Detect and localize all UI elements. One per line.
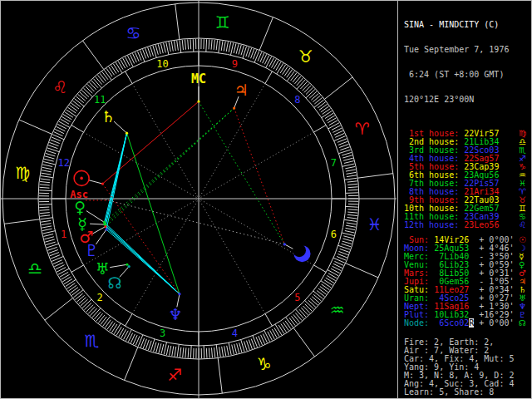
sign-boundary: [259, 17, 273, 51]
degree-tick: [154, 342, 156, 352]
degree-tick: [103, 316, 111, 326]
degree-tick: [283, 66, 288, 75]
degree-tick: [211, 347, 212, 357]
degree-tick: [40, 209, 50, 210]
sign-boundary: [82, 41, 103, 70]
degree-tick: [66, 110, 76, 116]
astrolog-screen: ☿♀♂♃♄♅♆♇☊MCAsc123456789101112♈♉♊♋♌♍♎♏♐♑♒…: [0, 0, 532, 399]
house-number: 10: [156, 58, 168, 70]
degree-tick: [100, 73, 106, 81]
degree-tick: [222, 347, 224, 357]
house-cusp-line: [201, 132, 314, 198]
degree-tick: [346, 225, 356, 227]
degree-tick: [313, 96, 320, 102]
degree-tick: [101, 317, 106, 324]
degree-tick: [182, 40, 183, 50]
degree-tick: [309, 91, 317, 98]
pointer-line: [93, 227, 106, 234]
degree-tick: [342, 152, 351, 155]
degree-tick: [347, 181, 357, 182]
position-dot: [283, 243, 286, 245]
degree-tick: [328, 270, 338, 276]
degree-tick: [93, 79, 101, 88]
chart-location: 120°12E 23°00N: [404, 96, 532, 104]
degree-tick: [42, 165, 52, 167]
degree-tick: [310, 298, 318, 305]
degree-tick: [347, 212, 357, 213]
degree-tick: [42, 226, 52, 228]
sun-icon: [80, 177, 83, 180]
house-divider: [314, 126, 327, 133]
degree-tick: [84, 303, 91, 309]
degree-tick: [166, 345, 168, 355]
asc-label: Asc: [70, 189, 88, 200]
degree-tick: [116, 62, 122, 73]
degree-tick: [110, 323, 116, 331]
degree-tick: [301, 308, 308, 315]
degree-tick: [47, 247, 57, 250]
statistics-line: Learn: 5, Share: 8: [404, 388, 532, 397]
sign-aqu-icon: ♒: [330, 300, 345, 320]
chart-wheel: ☿♀♂♃♄♅♆♇☊MCAsc123456789101112♈♉♊♋♌♍♎♏♐♑♒…: [0, 0, 398, 399]
degree-tick: [41, 173, 51, 175]
degree-tick: [347, 175, 357, 177]
sign-boundary: [218, 358, 222, 394]
degree-tick: [241, 46, 244, 56]
degree-tick: [161, 344, 164, 354]
position-dot: [126, 132, 128, 135]
house-number: 12: [57, 157, 69, 169]
degree-tick: [44, 159, 54, 161]
degree-tick: [72, 101, 80, 106]
degree-tick: [39, 207, 49, 208]
position-dot: [178, 293, 180, 295]
degree-tick: [306, 90, 315, 98]
pointer-line: [89, 180, 103, 184]
degree-tick: [327, 116, 335, 121]
house-number: 9: [232, 58, 238, 70]
degree-tick: [342, 164, 355, 166]
degree-tick: [46, 242, 55, 244]
degree-tick: [266, 57, 272, 67]
degree-tick: [190, 346, 191, 358]
chart-title: SINA - MINDCITY (C): [404, 21, 532, 29]
degree-tick: [87, 84, 94, 91]
degree-tick: [71, 289, 80, 295]
degree-tick: [297, 78, 303, 86]
degree-tick: [185, 40, 185, 50]
degree-tick: [237, 343, 239, 353]
degree-tick: [291, 316, 297, 323]
degree-tick: [303, 306, 310, 313]
degree-tick: [234, 344, 237, 354]
degree-tick: [339, 144, 348, 147]
degree-tick: [239, 45, 241, 55]
degree-tick: [42, 167, 52, 169]
degree-tick: [221, 41, 223, 51]
house-cusp-line: [83, 200, 196, 266]
pointer-line: [114, 121, 127, 133]
degree-tick: [229, 342, 231, 355]
pointer-line: [90, 224, 105, 224]
degree-tick: [78, 94, 86, 101]
position-dot: [103, 221, 106, 224]
degree-tick: [158, 44, 160, 54]
degree-tick: [320, 286, 328, 292]
degree-tick: [295, 313, 302, 320]
degree-tick: [106, 68, 112, 76]
degree-tick: [246, 47, 249, 57]
degree-tick: [224, 42, 225, 52]
degree-tick: [43, 162, 56, 165]
degree-tick: [340, 249, 349, 252]
moon-icon: [293, 244, 306, 257]
zodiac-sign-icon: ♌: [519, 221, 526, 229]
degree-tick: [48, 145, 57, 149]
degree-tick: [177, 344, 179, 357]
degree-tick: [188, 348, 189, 358]
degree-tick: [209, 39, 209, 49]
degree-tick: [45, 239, 55, 242]
degree-tick: [305, 301, 314, 309]
sign-tau-icon: ♉: [298, 47, 313, 66]
house-divider: [126, 71, 133, 84]
degree-tick: [104, 70, 111, 80]
sign-boundary: [324, 77, 352, 100]
degree-tick: [289, 318, 295, 326]
